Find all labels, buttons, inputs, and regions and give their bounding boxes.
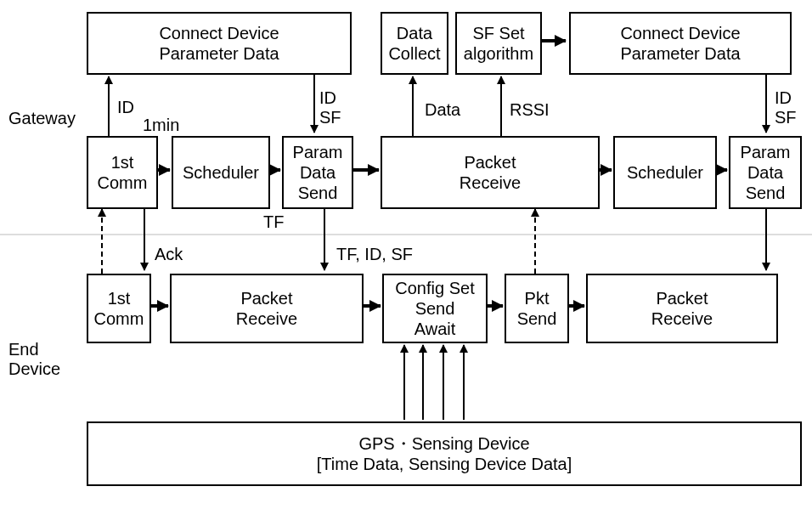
- data-collect-box: Data Collect: [381, 12, 448, 75]
- id-sf-label-2: ID SF: [775, 88, 797, 127]
- tf-label: TF: [263, 212, 284, 232]
- ack-label: Ack: [155, 245, 183, 264]
- gateway-label: Gateway: [8, 109, 85, 128]
- data-label: Data: [425, 100, 460, 120]
- param-data-send-1: Param Data Send: [282, 136, 353, 209]
- first-comm-gateway: 1st Comm: [87, 136, 158, 209]
- config-set-send-await: Config Set Send Await: [382, 274, 488, 343]
- scheduler-1: Scheduler: [172, 136, 270, 209]
- packet-receive-end-device-1: Packet Receive: [170, 274, 364, 343]
- scheduler-2: Scheduler: [613, 136, 717, 209]
- pkt-send: Pkt Send: [505, 274, 569, 343]
- tf-id-sf-label: TF, ID, SF: [336, 245, 413, 264]
- first-comm-end-device: 1st Comm: [87, 274, 151, 343]
- param-data-send-2: Param Data Send: [729, 136, 802, 209]
- gps-sensing-device: GPS・Sensing Device [Time Data, Sensing D…: [87, 421, 802, 486]
- id-label: ID: [117, 98, 134, 117]
- connect-device-parameter-data-1: Connect Device Parameter Data: [87, 12, 352, 75]
- packet-receive-end-device-2: Packet Receive: [586, 274, 778, 343]
- lane-divider: [0, 234, 812, 235]
- id-sf-label-1: ID SF: [319, 88, 341, 127]
- end-device-label: End Device: [8, 340, 76, 379]
- rssi-label: RSSI: [510, 100, 550, 120]
- packet-receive-gateway: Packet Receive: [381, 136, 600, 209]
- sf-set-algorithm-box: SF Set algorithm: [455, 12, 542, 75]
- one-min-label: 1min: [143, 116, 179, 135]
- connect-device-parameter-data-2: Connect Device Parameter Data: [569, 12, 792, 75]
